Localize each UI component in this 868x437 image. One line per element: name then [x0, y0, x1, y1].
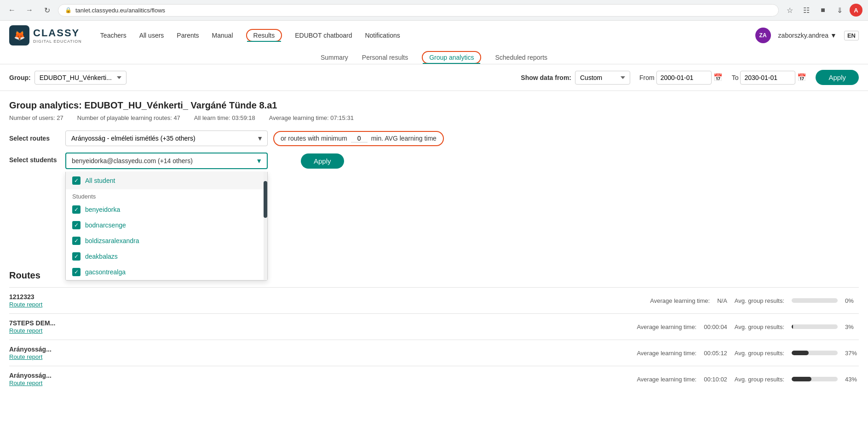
dropdown-scroll-thumb [264, 181, 267, 218]
group-filter: Group: EDUBOT_HU_Vénkerti... [9, 71, 126, 85]
nav-item-teachers[interactable]: Teachers [100, 30, 126, 41]
page-title: Group analytics: EDUBOT_HU_Vénkerti_ Var… [9, 100, 859, 111]
secure-icon: 🔒 [65, 7, 72, 13]
stat-avg-time: Average learning time: 07:15:31 [269, 114, 354, 121]
sub-nav-group[interactable]: Group analytics [422, 51, 481, 64]
address-text: tanlet.classyedu.eu/analitics/flows [75, 7, 165, 14]
logo-text: CLASSY DIGITAL EDUCATION [33, 27, 82, 44]
to-calendar-button[interactable]: 📅 [797, 73, 806, 82]
show-data-label: Show data from: [521, 74, 571, 81]
avg-time-label-r1: Average learning time: [650, 297, 710, 304]
avg-time-value-r2: 00:00:04 [704, 323, 727, 330]
students-select[interactable]: benyeidorka@classyedu.com (+14 others) ▼ [65, 153, 268, 169]
route-percent-r2: 3% [845, 323, 859, 330]
show-data-group: Show data from: Custom [521, 71, 630, 85]
nav-item-all-users[interactable]: All users [139, 30, 164, 41]
select-students-row: Select students benyeidorka@classyedu.co… [9, 153, 859, 169]
student-label-benyeidorka: benyeidorka [85, 206, 120, 213]
student-checkbox-gacsontrealga[interactable]: ✓ [72, 268, 80, 276]
student-checkbox-benyeidorka[interactable]: ✓ [72, 205, 80, 214]
extensions-button[interactable]: ■ [816, 4, 829, 17]
user-name[interactable]: zaborszky.andrea ▼ [778, 32, 837, 39]
nav-item-manual[interactable]: Manual [212, 30, 233, 41]
all-student-checkbox[interactable]: ✓ [72, 176, 80, 185]
route-link-r1[interactable]: Route report [9, 301, 42, 308]
student-label-gacsontrealga: gacsontrealga [85, 268, 126, 276]
group-select[interactable]: EDUBOT_HU_Vénkerti... [34, 71, 126, 85]
sub-navigation: Summary Personal results Group analytics… [9, 50, 859, 64]
from-calendar-button[interactable]: 📅 [713, 73, 723, 82]
route-link-r3[interactable]: Route report [9, 353, 42, 360]
forward-button[interactable]: → [23, 4, 36, 17]
avg-group-label-r3: Avg. group results: [735, 350, 784, 357]
avg-group-label-r4: Avg. group results: [735, 376, 784, 383]
students-dropdown: ✓ All student Students ✓ benyeidorka ✓ b… [65, 172, 268, 281]
address-bar[interactable]: 🔒 tanlet.classyedu.eu/analitics/flows [58, 4, 779, 17]
custom-select[interactable]: Custom [575, 71, 630, 85]
route-stats-r1: Average learning time: N/A Avg. group re… [650, 297, 859, 304]
nav-items: Teachers All users Parents Manual Result… [100, 29, 742, 42]
logo-name: CLASSY [33, 27, 82, 39]
select-routes-row: Select routes Arányosság - elméleti ismé… [9, 131, 859, 146]
from-date-input[interactable] [656, 71, 712, 85]
dropdown-scrollbar[interactable] [264, 172, 267, 280]
route-link-r4[interactable]: Route report [9, 380, 42, 386]
nav-item-parents[interactable]: Parents [177, 30, 199, 41]
route-link-r2[interactable]: Route report [9, 327, 42, 334]
route-info-r4: Arányosság... Route report [9, 372, 64, 386]
student-label-boldizsaralexandra: boldizsaralexandra [85, 237, 139, 244]
stat-all-time: All learn time: 03:59:18 [194, 114, 255, 121]
route-name-r1: 1212323 [9, 293, 64, 301]
route-row: 7STEPS DEM... Route report Average learn… [9, 313, 859, 340]
route-row: 1212323 Route report Average learning ti… [9, 287, 859, 313]
all-student-item[interactable]: ✓ All student [66, 172, 267, 189]
sub-nav-personal[interactable]: Personal results [362, 51, 408, 64]
route-name-r2: 7STEPS DEM... [9, 319, 64, 327]
nav-item-results[interactable]: Results [246, 29, 282, 42]
or-routes-min-label: or routes with minimum [281, 135, 347, 142]
student-item-deakbalazs[interactable]: ✓ deakbalazs [66, 249, 267, 264]
student-checkbox-deakbalazs[interactable]: ✓ [72, 252, 80, 261]
student-item-bodnarcsenge[interactable]: ✓ bodnarcsenge [66, 217, 267, 233]
routes-apply-button[interactable]: Apply [301, 153, 344, 169]
route-stats-r3: Average learning time: 00:05:12 Avg. gro… [637, 350, 859, 357]
student-item-boldizsaralexandra[interactable]: ✓ boldizsaralexandra [66, 233, 267, 249]
progress-bar-r3 [792, 351, 838, 355]
all-student-label: All student [85, 177, 115, 184]
reload-button[interactable]: ↻ [40, 4, 53, 17]
nav-item-edubot[interactable]: EDUBOT chatboard [295, 30, 352, 41]
filter-bar: Group: EDUBOT_HU_Vénkerti... Show data f… [0, 64, 868, 91]
student-checkbox-boldizsaralexandra[interactable]: ✓ [72, 237, 80, 245]
student-checkbox-bodnarcsenge[interactable]: ✓ [72, 221, 80, 229]
progress-fill-r2 [792, 324, 793, 329]
progress-bar-r1 [792, 298, 838, 303]
language-button[interactable]: EN [844, 31, 859, 40]
user-avatar[interactable]: ZA [755, 28, 771, 43]
stats-row: Number of users: 27 Number of playable l… [9, 114, 859, 121]
routes-select[interactable]: Arányosság - elméleti ismétlés (+35 othe… [65, 131, 268, 146]
browser-chrome: ← → ↻ 🔒 tanlet.classyedu.eu/analitics/fl… [0, 0, 868, 21]
route-percent-r3: 37% [845, 350, 859, 357]
progress-bar-r4 [792, 377, 838, 381]
filter-apply-button[interactable]: Apply [816, 70, 859, 85]
top-navigation: 🦊 CLASSY DIGITAL EDUCATION Teachers All … [0, 21, 868, 64]
bookmark-button[interactable]: ☆ [783, 4, 796, 17]
or-routes-minimum-wrap: or routes with minimum min. AVG learning… [273, 131, 444, 146]
student-item-gacsontrealga[interactable]: ✓ gacsontrealga [66, 264, 267, 280]
select-routes-label: Select routes [9, 135, 60, 142]
progress-fill-r4 [792, 377, 811, 381]
back-button[interactable]: ← [6, 4, 18, 17]
avg-time-value-r3: 00:05:12 [704, 350, 727, 357]
students-chevron-icon: ▼ [256, 157, 262, 165]
screenshot-button[interactable]: ☷ [800, 4, 813, 17]
nav-item-notifications[interactable]: Notifications [365, 30, 400, 41]
browser-user-avatar[interactable]: A [850, 4, 862, 17]
sub-nav-summary[interactable]: Summary [321, 51, 348, 64]
route-info-r1: 1212323 Route report [9, 293, 64, 308]
student-item-benyeidorka[interactable]: ✓ benyeidorka [66, 202, 267, 217]
download-button[interactable]: ⇓ [833, 4, 846, 17]
min-avg-input[interactable] [351, 135, 368, 142]
to-date-input[interactable] [740, 71, 795, 85]
sub-nav-scheduled[interactable]: Scheduled reports [495, 51, 547, 64]
route-stats-r4: Average learning time: 00:10:02 Avg. gro… [637, 376, 859, 383]
